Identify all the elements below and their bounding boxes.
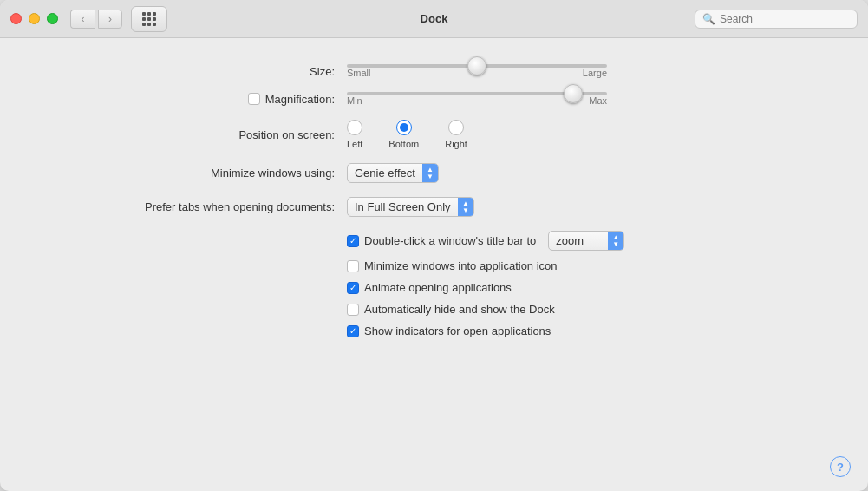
auto-hide-label: Automatically hide and show the Dock: [364, 303, 555, 316]
position-right-label: Right: [445, 139, 467, 149]
position-radio-group: Left Bottom Right: [347, 120, 467, 149]
close-button[interactable]: [10, 13, 22, 24]
back-button[interactable]: ‹: [70, 10, 95, 29]
minimize-button[interactable]: [29, 13, 40, 24]
position-right-radio[interactable]: [448, 120, 464, 135]
minimize-select[interactable]: Genie effect Scale effect: [348, 164, 422, 182]
prefer-tabs-label: Prefer tabs when opening documents:: [52, 200, 347, 213]
animate-checkbox[interactable]: ✓: [347, 282, 359, 294]
help-button[interactable]: ?: [830, 456, 851, 477]
position-bottom-radio-inner: [400, 123, 408, 132]
magnification-control: Min Max: [347, 92, 607, 106]
forward-button[interactable]: ›: [98, 10, 122, 29]
size-large-label: Large: [583, 68, 607, 78]
position-right[interactable]: Right: [445, 120, 467, 149]
traffic-lights: [10, 13, 58, 24]
titlebar: ‹ › Dock 🔍: [0, 0, 868, 38]
double-click-checkbox[interactable]: ✓: [347, 235, 359, 247]
minimize-label: Minimize windows using:: [52, 167, 347, 180]
minimize-control: Genie effect Scale effect ▲ ▼: [347, 163, 439, 183]
double-click-select-arrows[interactable]: ▲ ▼: [608, 232, 623, 250]
magnification-max-label: Max: [589, 95, 607, 106]
animate-label: Animate opening applications: [364, 281, 512, 294]
size-small-label: Small: [347, 68, 371, 78]
prefer-tabs-arrow-down[interactable]: ▼: [462, 207, 469, 214]
position-bottom-radio[interactable]: [396, 120, 412, 135]
double-click-arrow-down[interactable]: ▼: [612, 241, 619, 248]
search-input[interactable]: [720, 13, 841, 25]
minimize-arrow-down[interactable]: ▼: [427, 173, 434, 180]
size-control: Small Large: [347, 64, 607, 78]
double-click-label: Double-click a window's title bar to: [364, 234, 536, 247]
prefer-tabs-select[interactable]: In Full Screen Only Always Manually: [348, 198, 458, 216]
nav-buttons: ‹ ›: [70, 10, 122, 29]
indicators-row: ✓ Show indicators for open applications: [52, 324, 816, 337]
animate-row: ✓ Animate opening applications: [52, 281, 816, 294]
double-click-select-container: zoom minimize ▲ ▼: [548, 231, 624, 251]
position-control: Left Bottom Right: [347, 120, 467, 149]
magnification-checkbox[interactable]: [248, 93, 260, 105]
double-click-select[interactable]: zoom minimize: [549, 232, 608, 250]
minimize-select-container: Genie effect Scale effect ▲ ▼: [347, 163, 439, 183]
minimize-icon-checkbox[interactable]: [347, 260, 359, 272]
minimize-select-arrows[interactable]: ▲ ▼: [422, 164, 438, 182]
auto-hide-checkbox[interactable]: [347, 304, 359, 316]
position-left-radio[interactable]: [347, 120, 362, 135]
minimize-icon-row: Minimize windows into application icon: [52, 259, 816, 272]
magnification-min-label: Min: [347, 95, 362, 106]
prefer-tabs-select-arrows[interactable]: ▲ ▼: [458, 198, 473, 216]
position-row: Position on screen: Left Bottom: [52, 120, 816, 149]
position-left[interactable]: Left: [347, 120, 362, 149]
position-bottom-label: Bottom: [388, 139, 419, 149]
search-icon: 🔍: [702, 13, 715, 25]
prefer-tabs-select-container: In Full Screen Only Always Manually ▲ ▼: [347, 197, 474, 217]
prefer-tabs-control: In Full Screen Only Always Manually ▲ ▼: [347, 197, 474, 217]
search-bar[interactable]: 🔍: [695, 10, 858, 29]
auto-hide-row: Automatically hide and show the Dock: [52, 303, 816, 316]
minimize-icon-label: Minimize windows into application icon: [364, 259, 558, 272]
maximize-button[interactable]: [47, 13, 58, 24]
position-label: Position on screen:: [52, 128, 347, 141]
size-label: Size:: [52, 65, 347, 78]
prefer-tabs-row: Prefer tabs when opening documents: In F…: [52, 197, 816, 217]
size-row: Size: Small Large: [52, 64, 816, 78]
indicators-checkbox[interactable]: ✓: [347, 325, 359, 337]
grid-view-button[interactable]: [131, 6, 167, 32]
magnification-row: Magnification: Min Max: [52, 92, 816, 106]
grid-icon: [142, 12, 156, 26]
window-title: Dock: [421, 12, 448, 25]
position-bottom[interactable]: Bottom: [388, 120, 419, 149]
content-area: Size: Small Large Magnification:: [0, 38, 868, 491]
magnification-label: Magnification:: [52, 93, 347, 106]
double-click-row: ✓ Double-click a window's title bar to z…: [52, 231, 816, 251]
position-left-label: Left: [347, 139, 362, 149]
minimize-row: Minimize windows using: Genie effect Sca…: [52, 163, 816, 183]
indicators-label: Show indicators for open applications: [364, 324, 551, 337]
